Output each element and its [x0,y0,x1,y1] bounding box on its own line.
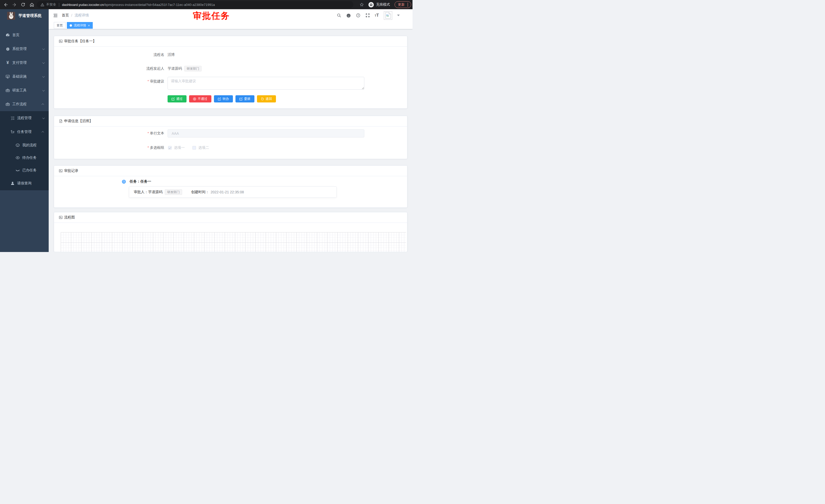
chevron-down-icon [42,48,45,50]
sidebar-item-leave-query[interactable]: 请假查询 [0,176,49,190]
created-time-label: 创建时间： [191,190,209,194]
sidebar-item-infra[interactable]: 基础设施 [0,70,49,83]
app-title: 芋道管理系统 [18,13,42,18]
approver-value: 芋道源码 [148,190,162,194]
sidebar-item-label: 任务管理 [17,130,31,134]
record-detail-box: 审批人： 芋道源码 研发部门 创建时间： 2022-01-21 22:35:08 [129,186,336,198]
single-text-label: 单行文本 [54,131,164,136]
address-bar[interactable]: 不安全 dashboard.yudao.iocoder.cn/bpm/proce… [37,1,353,8]
chevron-up-icon [42,131,44,134]
help-icon[interactable]: ? [356,13,361,18]
sidebar-item-label: 支付管理 [12,61,27,65]
sidebar-item-label: 首页 [12,33,19,37]
pass-button[interactable]: 通过 [167,95,186,102]
hamburger-icon[interactable] [49,9,62,21]
checkbox-group: 选项一 选项二 [168,146,217,150]
delegate-button[interactable]: 委派 [235,95,254,102]
sidebar-item-payment[interactable]: ¥ 支付管理 [0,56,49,70]
card-title: 流程图 [64,215,75,220]
tab-label: 流程详情 [74,23,86,28]
created-time-value: 2022-01-21 22:35:08 [211,190,244,194]
sidebar-item-system[interactable]: 系统管理 [0,42,49,56]
diagram-card-header: 流程图 [54,212,407,223]
sidebar-item-label: 研发工具 [12,88,27,93]
font-size-icon[interactable]: TT [375,13,379,17]
breadcrumb-separator: / [71,13,72,17]
card-title: 审批记录 [64,169,78,173]
sidebar-item-workflow[interactable]: 工作流程 [0,97,49,111]
tab-close-icon[interactable]: × [88,24,90,27]
apply-info-card: 申请信息【滔博】 单行文本 多选框组 选项一 选项二 [54,116,407,159]
breadcrumb-home[interactable]: 首页 [62,13,69,18]
active-dot-icon [70,24,72,27]
url-host: dashboard.yudao.iocoder.cn [62,3,104,7]
sidebar-item-my-process[interactable]: 我的流程 [0,139,49,151]
checkbox-option-1: 选项一 [168,146,185,150]
search-icon[interactable] [336,13,341,18]
home-icon[interactable] [28,1,35,8]
clock-icon [122,180,126,184]
tags-view-bar: 首页 流程详情 × [49,21,412,29]
avatar-dropdown-caret-icon[interactable] [397,15,400,16]
dept-tag: 研发部门 [184,66,202,72]
flow-icon [10,130,15,134]
button-label: 不通过 [198,97,208,101]
tab-process-detail[interactable]: 流程详情 × [67,22,93,29]
return-button[interactable]: 退回 [257,95,276,102]
browser-menu-icon[interactable] [406,2,409,7]
sidebar-item-done-tasks[interactable]: 已办任务 [0,164,49,176]
sidebar-item-devtools[interactable]: 研发工具 [0,83,49,97]
button-label: 退回 [266,97,272,101]
browser-toolbar: 不安全 dashboard.yudao.iocoder.cn/bpm/proce… [0,0,412,9]
browser-update-chip[interactable]: 更新 [394,1,411,8]
chevron-down-icon [42,116,45,119]
yen-icon: ¥ [5,60,10,65]
app-logo[interactable]: 芋道管理系统 [0,9,49,22]
picture-icon [59,216,63,220]
fullscreen-icon[interactable] [365,13,370,18]
github-icon[interactable] [346,13,351,18]
back-icon[interactable] [2,1,9,8]
incognito-icon [368,2,374,7]
top-navbar: 首页 / 流程详情 审批任务 ? TT [49,9,412,21]
initiator-label: 流程发起人 [54,66,164,71]
sidebar-item-todo-tasks[interactable]: 待办任务 [0,151,49,164]
user-icon [10,181,15,186]
sidebar-item-home[interactable]: 首页 [0,28,49,42]
toolbox-icon [5,88,10,93]
chevron-up-icon [42,103,44,106]
approve-actions: 通过 不通过 转办 委派 退回 [54,95,407,102]
document-icon [59,119,63,123]
checkbox-icon [168,146,172,150]
sidebar-item-label: 基础设施 [12,74,27,79]
picture-icon [59,169,63,173]
process-diagram-card: 流程图 [54,212,407,252]
url-divider [59,3,59,7]
suggestion-textarea[interactable] [167,77,364,90]
checkbox-option-2: 选项二 [193,146,209,150]
sidebar-item-process-mgmt[interactable]: 流程管理 [0,111,49,125]
bpmn-grid-canvas[interactable] [61,232,406,252]
transfer-button[interactable]: 转办 [214,95,233,102]
forward-icon[interactable] [11,1,18,8]
dept-tag: 研发部门 [165,189,182,195]
avatar[interactable] [384,11,392,20]
tab-home[interactable]: 首页 [54,22,66,29]
monitor-icon [5,74,10,79]
bookmark-star-icon[interactable] [358,1,365,8]
security-label: 不安全 [46,2,56,7]
update-label[interactable]: 更新 [398,2,404,7]
eye-open-icon [15,156,20,160]
sidebar-item-task-mgmt[interactable]: 任务管理 [0,125,49,139]
reject-button[interactable]: 不通过 [189,95,211,102]
dashboard-icon [5,33,10,37]
face-icon [15,143,20,148]
reload-icon[interactable] [19,1,27,8]
checkbox-icon [193,146,196,150]
button-label: 通过 [176,97,183,101]
process-name-label: 流程名 [54,53,164,57]
url-path: /bpm/process-instance/detail?id=54aa251f… [104,3,215,7]
navbar-actions: ? TT [336,11,413,20]
sidebar-item-label: 已办任务 [22,168,36,173]
card-title: 审批任务【任务一】 [64,39,96,44]
